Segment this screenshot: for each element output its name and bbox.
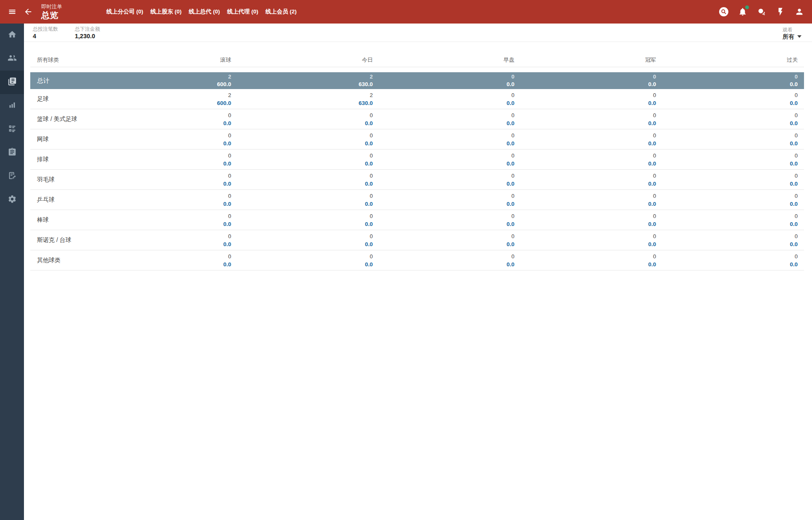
cell-amount[interactable]: 0.0: [379, 240, 514, 248]
cell-amount[interactable]: 0.0: [662, 160, 798, 168]
cell-amount[interactable]: 0.0: [521, 99, 656, 107]
sidebar-item-results[interactable]: [0, 118, 24, 141]
cell-amount[interactable]: 0.0: [96, 119, 231, 127]
watch-filter-label: 观看: [783, 27, 801, 33]
cell-amount[interactable]: 0.0: [237, 220, 373, 228]
cell-amount[interactable]: 0.0: [379, 119, 514, 127]
cell-count: 0: [379, 73, 514, 81]
cell-amount[interactable]: 0.0: [662, 220, 798, 228]
appbar-actions: [719, 0, 804, 24]
cell-amount[interactable]: 600.0: [96, 81, 231, 88]
cell-amount[interactable]: 0.0: [662, 260, 798, 268]
row-label: 乒乓球: [30, 196, 96, 204]
numeric-cell: 0 0.0: [379, 252, 521, 268]
cell-amount[interactable]: 0.0: [96, 240, 231, 248]
cell-count: 0: [662, 91, 798, 99]
cell-amount[interactable]: 0.0: [521, 260, 656, 268]
cell-amount[interactable]: 0.0: [96, 180, 231, 188]
cell-amount[interactable]: 0.0: [662, 240, 798, 248]
cell-amount[interactable]: 0.0: [521, 240, 656, 248]
account-icon[interactable]: [794, 7, 804, 17]
cell-amount[interactable]: 0.0: [662, 139, 798, 147]
cell-amount[interactable]: 0.0: [379, 99, 514, 107]
account-level-tab[interactable]: 线上股东 (0): [150, 8, 182, 16]
cell-amount[interactable]: 0.0: [96, 200, 231, 208]
cell-amount[interactable]: 0.0: [521, 200, 656, 208]
sidebar-item-settings[interactable]: [0, 188, 24, 212]
cell-count: 0: [521, 192, 656, 200]
numeric-cell: 0 0.0: [521, 192, 662, 208]
numeric-cell: 0 0.0: [662, 73, 804, 88]
cell-amount[interactable]: 0.0: [662, 180, 798, 188]
cell-amount[interactable]: 0.0: [521, 119, 656, 127]
bets-icon: [8, 77, 17, 88]
account-level-tab[interactable]: 线上总代 (0): [189, 8, 220, 16]
table-row: 排球 0 0.0 0 0.0 0 0.0 0 0.0 0 0.0: [30, 150, 804, 170]
account-level-tab[interactable]: 线上会员 (2): [266, 8, 297, 16]
cell-amount[interactable]: 0.0: [379, 260, 514, 268]
sidebar-item-tasks[interactable]: [0, 141, 24, 165]
cell-amount[interactable]: 0.0: [379, 81, 514, 88]
sidebar-item-bets[interactable]: [0, 71, 24, 94]
cell-amount[interactable]: 0.0: [237, 160, 373, 168]
cell-amount[interactable]: 0.0: [96, 139, 231, 147]
chart-icon: [8, 100, 17, 111]
cell-amount[interactable]: 0.0: [237, 240, 373, 248]
cell-amount[interactable]: 630.0: [237, 99, 373, 107]
cell-amount[interactable]: 0.0: [379, 139, 514, 147]
cell-amount[interactable]: 0.0: [237, 260, 373, 268]
numeric-cell: 0 0.0: [662, 172, 804, 188]
cell-amount[interactable]: 0.0: [521, 160, 656, 168]
home-icon: [8, 30, 17, 41]
sidebar-item-logs[interactable]: [0, 165, 24, 188]
settings-icon: [8, 194, 17, 205]
cell-amount[interactable]: 0.0: [662, 200, 798, 208]
cell-amount[interactable]: 600.0: [96, 99, 231, 107]
table-row: 乒乓球 0 0.0 0 0.0 0 0.0 0 0.0 0 0.0: [30, 190, 804, 210]
account-level-tab[interactable]: 线上代理 (0): [227, 8, 258, 16]
cell-amount[interactable]: 0.0: [237, 139, 373, 147]
flash-icon[interactable]: [775, 7, 786, 17]
cell-amount[interactable]: 0.0: [96, 260, 231, 268]
sidebar-item-members[interactable]: [0, 47, 24, 71]
cell-amount[interactable]: 0.0: [521, 81, 656, 88]
column-header: 滚球: [96, 56, 237, 64]
numeric-cell: 0 0.0: [237, 252, 379, 268]
cell-amount[interactable]: 0.0: [237, 119, 373, 127]
cell-amount[interactable]: 0.0: [379, 220, 514, 228]
numeric-cell: 0 0.0: [662, 212, 804, 228]
account-level-tab[interactable]: 线上分公司 (0): [106, 8, 143, 16]
cell-amount[interactable]: 0.0: [237, 200, 373, 208]
back-arrow-icon[interactable]: [23, 7, 33, 17]
numeric-cell: 0 0.0: [521, 212, 662, 228]
numeric-cell: 0 0.0: [662, 192, 804, 208]
chat-icon[interactable]: [757, 7, 767, 17]
cell-amount[interactable]: 0.0: [662, 119, 798, 127]
cell-amount[interactable]: 0.0: [96, 160, 231, 168]
numeric-cell: 0 0.0: [521, 252, 662, 268]
search-icon[interactable]: [719, 7, 729, 17]
cell-amount[interactable]: 0.0: [662, 99, 798, 107]
numeric-cell: 0 0.0: [96, 131, 237, 147]
cell-amount[interactable]: 0.0: [521, 220, 656, 228]
cell-count: 0: [379, 252, 514, 260]
sidebar-item-reports[interactable]: [0, 94, 24, 118]
cell-amount[interactable]: 0.0: [521, 139, 656, 147]
hamburger-menu-icon[interactable]: [7, 7, 17, 17]
watch-filter-dropdown[interactable]: 观看 所有: [783, 27, 801, 40]
numeric-cell: 0 0.0: [662, 232, 804, 248]
cell-amount[interactable]: 0.0: [379, 180, 514, 188]
cell-amount[interactable]: 0.0: [96, 220, 231, 228]
cell-amount[interactable]: 0.0: [521, 180, 656, 188]
cell-amount[interactable]: 0.0: [379, 160, 514, 168]
numeric-cell: 0 0.0: [379, 152, 521, 168]
page-title: 总览: [41, 11, 62, 19]
notifications-icon[interactable]: [738, 7, 748, 17]
cell-amount[interactable]: 0.0: [662, 81, 798, 88]
table-row: 其他球类 0 0.0 0 0.0 0 0.0 0 0.0 0 0.0: [30, 250, 804, 271]
cell-amount[interactable]: 0.0: [237, 180, 373, 188]
sidebar-item-home[interactable]: [0, 24, 24, 47]
numeric-cell: 0 0.0: [379, 172, 521, 188]
cell-amount[interactable]: 0.0: [379, 200, 514, 208]
cell-amount[interactable]: 630.0: [237, 81, 373, 88]
